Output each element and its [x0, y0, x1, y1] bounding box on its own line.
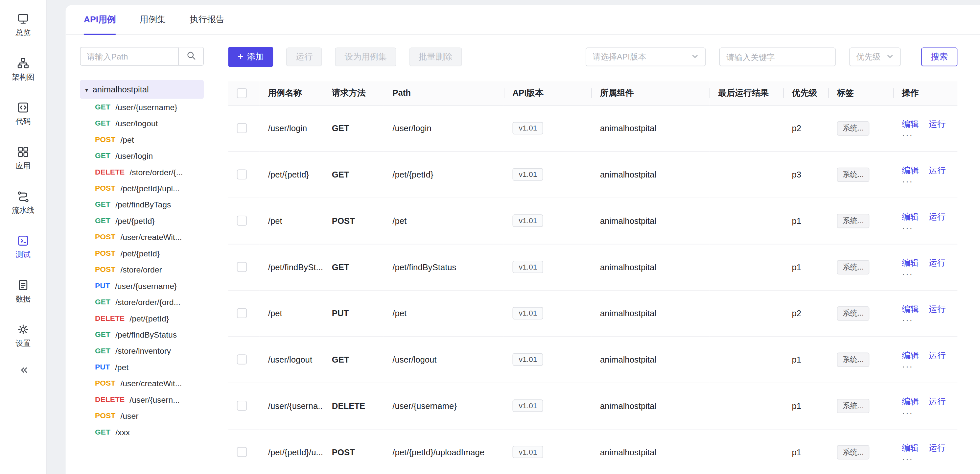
edit-link[interactable]: 编辑 [902, 258, 918, 269]
tab-reports[interactable]: 执行报告 [189, 5, 225, 34]
tree-item[interactable]: GET/xxx [80, 424, 204, 440]
tree-item[interactable]: GET/user/{username} [80, 99, 204, 115]
run-button[interactable]: 运行 [286, 48, 322, 67]
method-label: DELETE [95, 395, 124, 404]
path-label: /store/inventory [115, 346, 171, 356]
path-search-input[interactable] [81, 48, 178, 65]
keyword-input[interactable] [719, 48, 836, 67]
edit-link[interactable]: 编辑 [902, 350, 918, 361]
row-checkbox[interactable] [237, 447, 247, 457]
method-label: GET [95, 347, 110, 355]
tree-item[interactable]: DELETE/pet/{petId} [80, 310, 204, 326]
chevron-down-icon [886, 51, 894, 62]
sidebar-item-label: 流水线 [12, 206, 34, 215]
method-label: DELETE [95, 314, 124, 323]
tree-item[interactable]: POST/pet [80, 131, 204, 147]
more-actions-button[interactable]: ··· [902, 224, 949, 231]
row-checkbox[interactable] [237, 170, 247, 180]
run-link[interactable]: 运行 [929, 350, 945, 361]
set-suite-button[interactable]: 设为用例集 [335, 48, 396, 67]
tree-item[interactable]: POST/user/createWit... [80, 229, 204, 245]
run-link[interactable]: 运行 [929, 165, 945, 176]
row-checkbox[interactable] [237, 216, 247, 226]
edit-link[interactable]: 编辑 [902, 442, 918, 453]
edit-link[interactable]: 编辑 [902, 304, 918, 315]
case-name-cell: /pet [259, 197, 323, 244]
tree-item[interactable]: GET/user/logout [80, 115, 204, 131]
sidebar-item-pipeline[interactable]: 流水线 [12, 190, 34, 214]
plus-icon: + [238, 52, 243, 62]
case-table-panel: + 添加 运行 设为用例集 批量删除 请选择API版本 [228, 47, 957, 474]
sidebar-item-overview[interactable]: 总览 [16, 13, 31, 37]
tree-item[interactable]: POST/pet/{petId} [80, 245, 204, 261]
more-actions-button[interactable]: ··· [902, 270, 949, 277]
caret-down-icon[interactable]: ▾ [85, 86, 88, 93]
edit-link[interactable]: 编辑 [902, 211, 918, 222]
row-checkbox[interactable] [237, 262, 247, 272]
row-checkbox[interactable] [237, 401, 247, 410]
tab-api-cases[interactable]: API用例 [84, 5, 116, 34]
priority-select[interactable]: 优先级 [850, 48, 901, 67]
path-label: /user/{usern... [129, 395, 180, 404]
tab-case-suites[interactable]: 用例集 [140, 5, 166, 34]
checkbox-cell [228, 197, 259, 244]
tree-item[interactable]: PUT/pet [80, 359, 204, 375]
sidebar-item-settings[interactable]: 设置 [16, 323, 31, 347]
method-label: GET [95, 297, 110, 306]
tree-item[interactable]: POST/pet/{petId}/upl... [80, 180, 204, 196]
tree-item[interactable]: POST/store/order [80, 261, 204, 277]
sidebar-item-code[interactable]: 代码 [16, 101, 31, 126]
sidebar-item-apps[interactable]: 应用 [16, 146, 31, 170]
select-all-checkbox[interactable] [237, 88, 247, 98]
edit-link[interactable]: 编辑 [902, 165, 918, 176]
more-actions-button[interactable]: ··· [902, 363, 949, 369]
system-tag: 系统... [837, 398, 870, 413]
tree-item[interactable]: GET/pet/{petId} [80, 213, 204, 229]
tree-root-node[interactable]: ▾ animalhostpital [80, 80, 204, 99]
add-button[interactable]: + 添加 [228, 47, 274, 67]
more-actions-button[interactable]: ··· [902, 455, 949, 461]
row-checkbox[interactable] [237, 123, 247, 133]
tree-search-button[interactable] [178, 48, 203, 65]
edit-link[interactable]: 编辑 [902, 118, 918, 129]
more-actions-button[interactable]: ··· [902, 409, 949, 415]
batch-delete-button[interactable]: 批量删除 [409, 48, 462, 67]
tree-item[interactable]: PUT/user/{username} [80, 277, 204, 294]
more-actions-button[interactable]: ··· [902, 317, 949, 323]
edit-link[interactable]: 编辑 [902, 396, 918, 407]
path-cell: /user/login [384, 105, 504, 151]
tree-item[interactable]: DELETE/store/order/{... [80, 164, 204, 180]
version-tag: v1.01 [512, 122, 543, 134]
priority-placeholder: 优先级 [856, 51, 880, 62]
tree-item[interactable]: GET/pet/findByStatus [80, 326, 204, 342]
checkbox-cell [228, 383, 259, 429]
more-actions-button[interactable]: ··· [902, 178, 949, 184]
sidebar-item-label: 测试 [16, 250, 31, 259]
tree-item[interactable]: GET/pet/findByTags [80, 196, 204, 212]
run-link[interactable]: 运行 [929, 258, 945, 269]
search-button[interactable]: 搜索 [921, 48, 957, 67]
run-link[interactable]: 运行 [929, 211, 945, 222]
tree-item[interactable]: GET/user/login [80, 148, 204, 164]
tree-item[interactable]: DELETE/user/{usern... [80, 391, 204, 407]
row-checkbox[interactable] [237, 309, 247, 318]
tree-item[interactable]: POST/user/createWit... [80, 375, 204, 391]
run-link[interactable]: 运行 [929, 118, 945, 129]
tree-item[interactable]: GET/store/order/{ord... [80, 294, 204, 310]
method-cell: DELETE [323, 383, 383, 429]
sidebar-collapse-button[interactable] [17, 364, 29, 379]
tree-item[interactable]: POST/user [80, 407, 204, 424]
run-link[interactable]: 运行 [929, 304, 945, 315]
run-link[interactable]: 运行 [929, 396, 945, 407]
sidebar-item-data[interactable]: 数据 [16, 279, 31, 303]
row-checkbox[interactable] [237, 355, 247, 364]
sidebar-item-architecture[interactable]: 架构图 [12, 57, 34, 81]
tree-item[interactable]: GET/store/inventory [80, 342, 204, 359]
more-actions-button[interactable]: ··· [902, 132, 949, 138]
run-link[interactable]: 运行 [929, 442, 945, 453]
sidebar-item-test[interactable]: 测试 [16, 234, 31, 259]
api-version-select[interactable]: 请选择API版本 [585, 48, 706, 67]
column-header: 优先级 [783, 81, 828, 105]
priority-cell: p1 [783, 383, 828, 429]
table-row: /petPUT/petv1.01animalhostpitalp2系统...编辑… [228, 290, 957, 336]
